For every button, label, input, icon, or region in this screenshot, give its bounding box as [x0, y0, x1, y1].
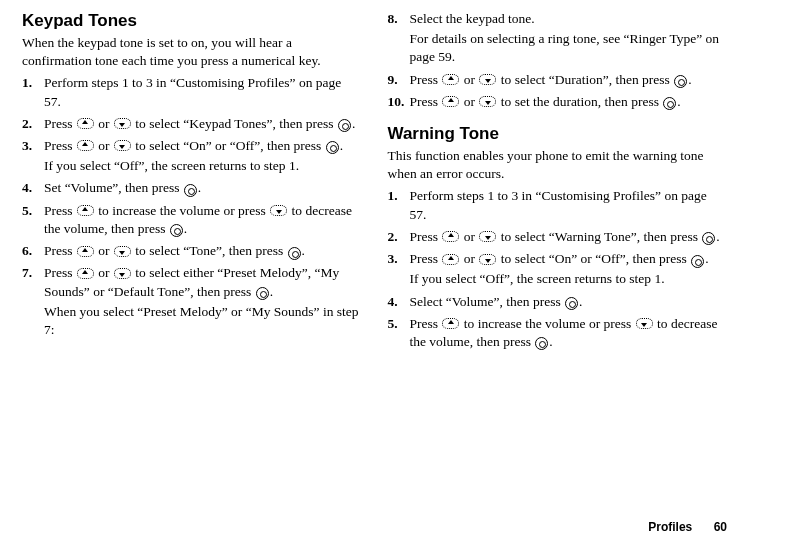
step-item: 9.Press or to select “Duration”, then pr… [388, 71, 728, 89]
step-number: 5. [388, 315, 398, 333]
step-number: 8. [388, 10, 398, 28]
step-body: Press to increase the volume or press to… [410, 316, 718, 349]
down-button-icon [114, 118, 131, 129]
step-item: 8.Select the keypad tone.For details on … [388, 10, 728, 67]
step-subtext: When you select “Preset Melody” or “My S… [44, 303, 362, 339]
step-number: 10. [388, 93, 405, 111]
step-number: 1. [22, 74, 32, 92]
footer-page-number: 60 [714, 520, 727, 534]
down-button-icon [636, 318, 653, 329]
keypad-tones-steps-cont: 8.Select the keypad tone.For details on … [388, 10, 728, 111]
step-number: 6. [22, 242, 32, 260]
page-footer: Profiles 60 [648, 519, 727, 535]
step-item: 6.Press or to select “Tone”, then press … [22, 242, 362, 260]
step-body: Press or to select “Tone”, then press . [44, 243, 305, 258]
keypad-tones-steps: 1.Perform steps 1 to 3 in “Customising P… [22, 74, 362, 339]
step-item: 4.Select “Volume”, then press . [388, 293, 728, 311]
step-body: Press or to set the duration, then press… [410, 94, 681, 109]
step-body: Select “Volume”, then press . [410, 294, 583, 309]
left-column: Keypad Tones When the keypad tone is set… [22, 10, 362, 355]
down-button-icon [479, 74, 496, 85]
step-number: 5. [22, 202, 32, 220]
step-body: Set “Volume”, then press . [44, 180, 201, 195]
up-button-icon [77, 118, 94, 129]
step-body: Press or to select “On” or “Off”, then p… [44, 138, 343, 153]
step-item: 1.Perform steps 1 to 3 in “Customising P… [22, 74, 362, 110]
step-number: 4. [388, 293, 398, 311]
step-number: 2. [388, 228, 398, 246]
keypad-tones-heading: Keypad Tones [22, 10, 362, 33]
up-button-icon [442, 231, 459, 242]
warning-tone-heading: Warning Tone [388, 123, 728, 146]
up-button-icon [442, 96, 459, 107]
center-button-icon [691, 255, 704, 268]
page-columns: Keypad Tones When the keypad tone is set… [22, 10, 727, 355]
step-number: 9. [388, 71, 398, 89]
up-button-icon [77, 268, 94, 279]
step-item: 5.Press to increase the volume or press … [388, 315, 728, 351]
step-item: 3.Press or to select “On” or “Off”, then… [388, 250, 728, 288]
step-item: 7.Press or to select either “Preset Melo… [22, 264, 362, 339]
step-number: 7. [22, 264, 32, 282]
center-button-icon [338, 119, 351, 132]
center-button-icon [663, 97, 676, 110]
step-body: Select the keypad tone. [410, 11, 535, 26]
step-number: 3. [388, 250, 398, 268]
step-item: 5.Press to increase the volume or press … [22, 202, 362, 238]
center-button-icon [184, 184, 197, 197]
step-body: Press to increase the volume or press to… [44, 203, 352, 236]
up-button-icon [442, 74, 459, 85]
center-button-icon [674, 75, 687, 88]
center-button-icon [326, 141, 339, 154]
step-subtext: For details on selecting a ring tone, se… [410, 30, 728, 66]
step-item: 2.Press or to select “Warning Tone”, the… [388, 228, 728, 246]
step-number: 3. [22, 137, 32, 155]
down-button-icon [114, 246, 131, 257]
down-button-icon [114, 268, 131, 279]
step-body: Perform steps 1 to 3 in “Customising Pro… [410, 188, 707, 221]
center-button-icon [256, 287, 269, 300]
center-button-icon [170, 224, 183, 237]
footer-section: Profiles [648, 520, 692, 534]
step-item: 10.Press or to set the duration, then pr… [388, 93, 728, 111]
center-button-icon [288, 247, 301, 260]
step-item: 4.Set “Volume”, then press . [22, 179, 362, 197]
step-item: 2.Press or to select “Keypad Tones”, the… [22, 115, 362, 133]
step-item: 3.Press or to select “On” or “Off”, then… [22, 137, 362, 175]
step-item: 1.Perform steps 1 to 3 in “Customising P… [388, 187, 728, 223]
up-button-icon [77, 205, 94, 216]
down-button-icon [270, 205, 287, 216]
step-number: 2. [22, 115, 32, 133]
step-body: Press or to select “Keypad Tones”, then … [44, 116, 355, 131]
down-button-icon [479, 96, 496, 107]
up-button-icon [77, 140, 94, 151]
keypad-tones-intro: When the keypad tone is set to on, you w… [22, 34, 362, 70]
step-body: Perform steps 1 to 3 in “Customising Pro… [44, 75, 341, 108]
step-number: 1. [388, 187, 398, 205]
step-body: Press or to select “Duration”, then pres… [410, 72, 692, 87]
down-button-icon [114, 140, 131, 151]
step-subtext: If you select “Off”, the screen returns … [410, 270, 728, 288]
up-button-icon [77, 246, 94, 257]
right-column: 8.Select the keypad tone.For details on … [388, 10, 728, 355]
step-body: Press or to select either “Preset Melody… [44, 265, 339, 298]
step-number: 4. [22, 179, 32, 197]
down-button-icon [479, 231, 496, 242]
step-subtext: If you select “Off”, the screen returns … [44, 157, 362, 175]
warning-tone-steps: 1.Perform steps 1 to 3 in “Customising P… [388, 187, 728, 351]
step-body: Press or to select “On” or “Off”, then p… [410, 251, 709, 266]
center-button-icon [702, 232, 715, 245]
center-button-icon [535, 337, 548, 350]
up-button-icon [442, 318, 459, 329]
up-button-icon [442, 254, 459, 265]
center-button-icon [565, 297, 578, 310]
down-button-icon [479, 254, 496, 265]
warning-tone-intro: This function enables your phone to emit… [388, 147, 728, 183]
step-body: Press or to select “Warning Tone”, then … [410, 229, 720, 244]
